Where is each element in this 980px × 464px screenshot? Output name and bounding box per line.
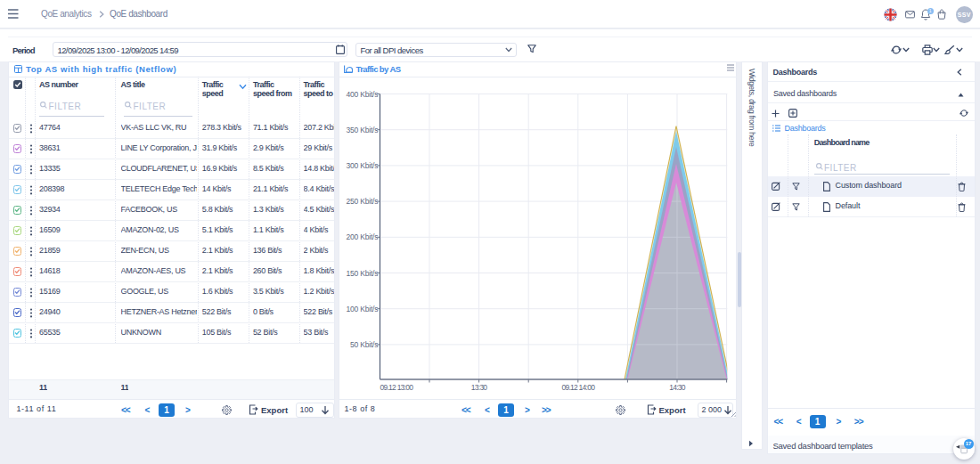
svg-text:13:30: 13:30 bbox=[470, 383, 487, 392]
svg-text:300 Kbit/s: 300 Kbit/s bbox=[346, 161, 378, 170]
svg-text:09.12 14:00: 09.12 14:00 bbox=[561, 383, 595, 392]
svg-text:50 Kbit/s: 50 Kbit/s bbox=[350, 340, 378, 349]
svg-text:150 Kbit/s: 150 Kbit/s bbox=[346, 269, 378, 278]
svg-text:250 Kbit/s: 250 Kbit/s bbox=[346, 197, 378, 206]
svg-text:350 Kbit/s: 350 Kbit/s bbox=[346, 126, 378, 134]
svg-text:09.12 13:00: 09.12 13:00 bbox=[380, 383, 413, 392]
svg-text:400 Kbit/s: 400 Kbit/s bbox=[346, 90, 378, 99]
svg-text:200 Kbit/s: 200 Kbit/s bbox=[346, 232, 378, 241]
svg-text:100 Kbit/s: 100 Kbit/s bbox=[346, 305, 378, 313]
svg-text:14:30: 14:30 bbox=[669, 383, 686, 392]
